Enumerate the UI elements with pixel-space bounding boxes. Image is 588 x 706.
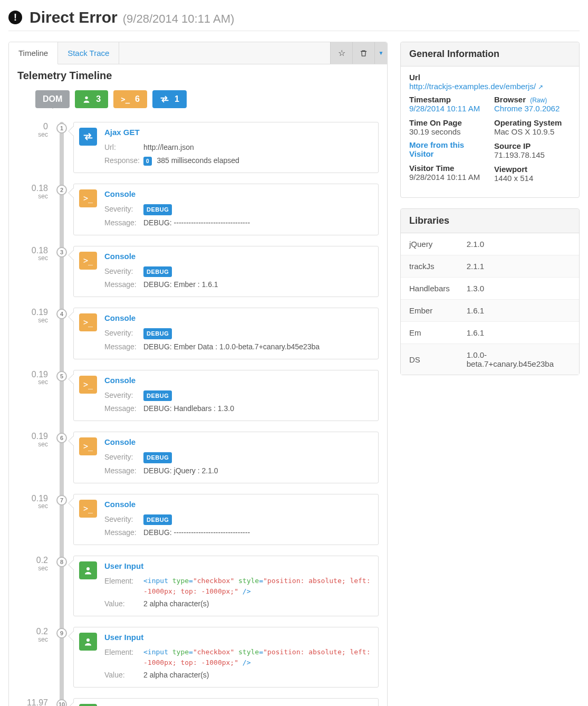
event-card[interactable]: User InputElement:<input id="new-todo" c… [73,698,379,706]
event-card[interactable]: >_ConsoleSeverity:DEBUGMessage:DEBUG: --… [73,494,379,546]
event-card[interactable]: >_ConsoleSeverity:DEBUGMessage:DEBUG: --… [73,184,379,235]
page-timestamp: (9/28/2014 10:11 AM) [123,12,235,26]
event-card[interactable]: Ajax GETUrl:http://learn.jsonResponse:0 … [73,122,379,173]
event-field: Message:DEBUG: Ember : 1.6.1 [104,279,371,290]
event-time: 0.2sec [16,627,48,643]
library-name: Handlebars [401,278,458,300]
console-icon: >_ [79,437,97,455]
event-time: 0.18sec [16,184,48,200]
field-label: Message: [104,341,143,352]
event-title: Console [104,376,136,385]
field-label: Severity: [104,328,143,339]
timeline-node: 4 [56,309,67,319]
star-button[interactable]: ☆ [330,42,352,64]
field-label: Severity: [104,266,143,278]
event-card[interactable]: >_ConsoleSeverity:DEBUGMessage:DEBUG: Em… [73,308,379,359]
library-version: 1.3.0 [458,278,579,300]
library-name: jQuery [401,233,458,255]
event-card[interactable]: >_ConsoleSeverity:DEBUGMessage:DEBUG: Ha… [73,370,379,422]
console-icon: >_ [79,500,97,518]
field-value: 0 385 milliseconds elapsed [143,155,371,166]
field-label: Response: [104,155,143,166]
severity-badge: DEBUG [143,514,172,526]
timeline-panel: Timeline Stack Trace ☆ ▼ [8,42,388,706]
browser-link[interactable]: Chrome 37.0.2062 [494,104,571,113]
event-time: 11.97sec [16,698,48,706]
event-time: 0.19sec [16,308,48,324]
severity-badge: DEBUG [143,390,172,402]
event-field: Severity:DEBUG [104,204,371,215]
user-icon [79,704,97,706]
timeline-row: 0.19sec4>_ConsoleSeverity:DEBUGMessage:D… [55,308,379,359]
filter-console[interactable]: >_ 6 [113,90,147,108]
event-field: Message:DEBUG: Ember Data : 1.0.0-beta.7… [104,341,371,352]
delete-button[interactable] [352,42,374,64]
tab-timeline[interactable]: Timeline [9,42,58,64]
field-value: <input type="checkbox" style="position: … [143,576,371,596]
filter-user[interactable]: 3 [75,90,108,108]
field-value: DEBUG [143,390,371,402]
field-value: <input type="checkbox" style="position: … [143,647,371,667]
timeline-node: 3 [56,247,67,257]
severity-badge: DEBUG [143,204,172,215]
event-field: Message:DEBUG: -------------------------… [104,527,371,538]
network-icon [160,96,169,103]
os-value: Mac OS X 10.9.5 [494,127,571,136]
tab-stack-trace[interactable]: Stack Trace [58,42,119,64]
table-row: Handlebars1.3.0 [401,278,579,300]
filter-network[interactable]: 1 [152,90,187,108]
trash-icon [360,49,368,58]
library-name: trackJs [401,255,458,278]
timeline-row: 0.19sec7>_ConsoleSeverity:DEBUGMessage:D… [55,494,379,546]
table-row: jQuery2.1.0 [401,233,579,255]
event-card[interactable]: User InputElement:<input type="checkbox"… [73,627,379,688]
severity-badge: DEBUG [143,328,172,339]
table-row: DS1.0.0-beta.7+canary.b45e23ba [401,344,579,375]
timeline-row: 0.2sec8User InputElement:<input type="ch… [55,556,379,616]
field-value: 2 alpha character(s) [143,598,371,609]
general-info-panel: General Information Url http://trackjs-e… [400,42,580,198]
network-icon [79,128,97,146]
field-value: DEBUG: Ember : 1.6.1 [143,279,371,290]
timeline-node: 5 [56,371,67,381]
event-field: Response:0 385 milliseconds elapsed [104,155,371,166]
table-row: trackJs2.1.1 [401,255,579,278]
event-card[interactable]: >_ConsoleSeverity:DEBUGMessage:DEBUG: Em… [73,246,379,298]
event-field: Message:DEBUG: jQuery : 2.1.0 [104,465,371,476]
url-link[interactable]: http://trackjs-examples.dev/emberjs/↗ [409,82,543,91]
event-card[interactable]: >_ConsoleSeverity:DEBUGMessage:DEBUG: jQ… [73,432,379,483]
time-on-page-value: 30.19 seconds [409,127,486,136]
caret-down-icon: ▼ [379,50,384,56]
user-icon [79,633,97,651]
field-label: Severity: [104,204,143,215]
raw-link[interactable]: (Raw) [530,97,547,104]
tabs: Timeline Stack Trace ☆ ▼ [9,42,387,64]
viewport-label: Viewport [494,165,571,174]
section-title: Telemetry Timeline [9,64,387,84]
timeline-node: 7 [56,495,67,505]
field-value: DEBUG: jQuery : 2.1.0 [143,465,371,476]
console-icon: >_ [79,252,97,270]
library-name: DS [401,344,458,375]
timestamp-link[interactable]: 9/28/2014 10:11 AM [409,104,486,113]
event-field: Message:DEBUG: Handlebars : 1.3.0 [104,403,371,414]
field-label: Message: [104,527,143,538]
more-visitor-link[interactable]: More from this Visitor [409,140,486,158]
event-card[interactable]: User InputElement:<input type="checkbox"… [73,556,379,616]
field-label: Message: [104,465,143,476]
field-value: DEBUG [143,204,371,215]
more-dropdown-button[interactable]: ▼ [374,42,387,64]
filter-dom[interactable]: DOM [35,90,70,108]
visitor-time-value: 9/28/2014 10:11 AM [409,173,486,182]
event-field: Url:http://learn.json [104,142,371,153]
event-field: Severity:DEBUG [104,328,371,339]
event-time: 0.2sec [16,556,48,572]
field-label: Message: [104,217,143,228]
console-icon: >_ [79,376,97,394]
event-time: 0.18sec [16,246,48,262]
timeline-row: 0.18sec2>_ConsoleSeverity:DEBUGMessage:D… [55,184,379,235]
library-name: Em [401,322,458,344]
field-value: DEBUG [143,266,371,278]
event-time: 0sec [16,122,48,138]
field-label: Message: [104,403,143,414]
